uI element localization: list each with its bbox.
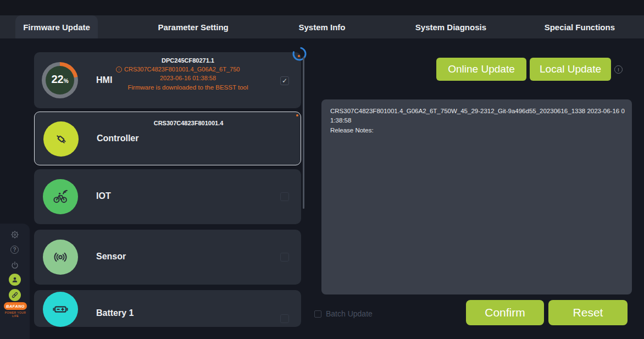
help-icon[interactable]: ?	[10, 245, 20, 255]
upload-icon: ↑	[116, 66, 122, 73]
power-icon[interactable]	[10, 260, 20, 270]
tab-label: System Info	[299, 23, 346, 32]
tab-label: Firmware Update	[23, 23, 90, 32]
battery-checkbox[interactable]	[280, 314, 289, 323]
hmi-progress-unit: %	[64, 79, 69, 84]
controller-version: CRS307C4823F801001.4	[106, 120, 271, 126]
device-name: Controller	[97, 134, 138, 143]
loading-spinner	[291, 46, 308, 62]
online-update-button[interactable]: Online Update	[436, 58, 526, 81]
device-name: Sensor	[96, 252, 126, 262]
info-glyph: !	[618, 67, 619, 73]
settings-gear-icon[interactable]	[10, 230, 20, 240]
tab-label: Special Functions	[545, 23, 615, 32]
release-notes-panel: CRS307C4823F801001.4_G06A2_6T_750W_45_29…	[321, 99, 632, 294]
tab-system-diagnosis[interactable]: System Diagnosis	[386, 15, 515, 38]
tab-system-info[interactable]: System Info	[258, 15, 386, 38]
spinner-dot	[298, 55, 300, 57]
tab-special-functions[interactable]: Special Functions	[515, 15, 644, 38]
tab-parameter-setting[interactable]: Parameter Setting	[129, 15, 257, 38]
hmi-progress-value: 22	[51, 74, 63, 85]
device-list-scrollbar[interactable]	[303, 57, 304, 209]
window-top-strip	[0, 0, 644, 15]
batch-update-row: Batch Update	[314, 309, 373, 318]
device-card-sensor[interactable]: Sensor	[34, 230, 301, 285]
controller-plug-icon	[43, 121, 79, 157]
device-card-iot[interactable]: IOT	[34, 169, 301, 224]
battery-icon	[43, 292, 78, 327]
bafang-logo-tagline: POWER YOUR LIFE	[4, 311, 27, 318]
reset-button[interactable]: Reset	[548, 300, 628, 325]
device-card-hmi[interactable]: 22 % HMI DPC245CF80271.1 ↑ CRS307C4823F8…	[34, 52, 301, 108]
info-icon[interactable]: !	[614, 65, 623, 74]
batch-update-checkbox[interactable]	[314, 310, 321, 318]
local-update-button[interactable]: Local Update	[530, 58, 611, 81]
device-name: IOT	[96, 191, 111, 201]
release-build-string: CRS307C4823F801001.4_G06A2_6T_750W_45_29…	[330, 107, 630, 126]
iot-checkbox[interactable]	[280, 192, 289, 201]
tab-firmware-update[interactable]: Firmware Update	[0, 15, 129, 38]
bafang-logo-text: BAFANG	[6, 304, 25, 309]
device-name: Battery 1	[96, 308, 134, 318]
tab-label: Parameter Setting	[158, 23, 228, 32]
iot-bike-icon	[43, 179, 78, 214]
sensor-checkbox[interactable]	[280, 253, 289, 262]
main-tab-bar: Firmware Update Parameter Setting System…	[0, 15, 644, 38]
bafang-logo: BAFANG	[4, 302, 27, 310]
hmi-firmware-file: CRS307C4823F801001.4_G06A2_6T_750	[124, 66, 240, 73]
besst-firmware-update-screen: Firmware Update Parameter Setting System…	[0, 0, 644, 339]
notification-dot	[296, 114, 298, 116]
hmi-progress-ring: 22 %	[42, 62, 78, 98]
hmi-target-version: DPC245CF80271.1	[106, 57, 270, 64]
hmi-firmware-file-row: ↑ CRS307C4823F801001.4_G06A2_6T_750	[116, 66, 260, 73]
device-card-battery-1[interactable]: Battery 1	[34, 290, 301, 327]
hmi-firmware-info: DPC245CF80271.1 ↑ CRS307C4823F801001.4_G…	[106, 57, 270, 91]
user-account-icon[interactable]	[9, 274, 21, 286]
help-glyph: ?	[13, 247, 16, 253]
confirm-button[interactable]: Confirm	[466, 300, 544, 325]
sensor-signal-icon	[43, 240, 78, 275]
hmi-status-text: Firmware is downloaded to the BESST tool	[106, 84, 270, 91]
device-card-controller[interactable]: CRS307C4823F801001.4 Controller	[34, 112, 301, 165]
tab-label: System Diagnosis	[415, 23, 486, 32]
checkmark-icon: ✓	[282, 77, 287, 85]
release-notes-label: Release Notes:	[330, 126, 623, 135]
active-tab-indicator: Firmware Update	[15, 15, 98, 38]
hmi-firmware-date: 2023-06-16 01:38:58	[106, 75, 270, 81]
hmi-checkbox[interactable]: ✓	[280, 76, 289, 85]
connection-link-icon[interactable]	[9, 289, 21, 301]
batch-update-label: Batch Update	[326, 309, 373, 318]
